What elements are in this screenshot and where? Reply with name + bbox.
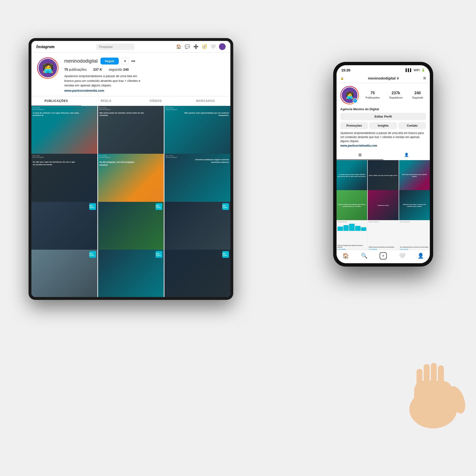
search-input[interactable] (96, 44, 135, 50)
phone-grid-item-2: Qual a última vez que você fez algo novo… (368, 160, 398, 191)
phone-screen: 15:20 ▌▌▌ WiFi 🔋 🔒 meninododigital ∨ ≡ (337, 65, 430, 263)
tab-videos[interactable]: VÍDEOS (131, 96, 181, 106)
tablet-profile: 🧑‍💻 meninododigital Seguir ▾ ••• 75 publ… (32, 52, 230, 96)
tablet-avatar: 🧑‍💻 (37, 57, 59, 79)
phone-status-icons: ▌▌▌ WiFi 🔋 (406, 68, 425, 72)
phone-lock-icon: 🔒 (340, 77, 344, 80)
phone-tab-tagged[interactable]: 👤 (383, 150, 430, 160)
phone-grid-tabs: ⊞ 👤 (337, 150, 430, 160)
phone-action-buttons: Editar Perfil (340, 113, 426, 120)
following-count: seguindo 240 (109, 68, 129, 71)
phone-stat-posts: 75 Publicações (366, 91, 380, 100)
phone-add-icon[interactable]: + (380, 252, 387, 259)
phone-tab-grid[interactable]: ⊞ (337, 150, 383, 160)
avatar-small[interactable] (219, 43, 226, 50)
phone-device: 15:20 ▌▌▌ WiFi 🔋 🔒 meninododigital ∨ ≡ (333, 62, 433, 267)
tablet-topbar: Instagram 🏠 💬 ➕ 🧭 🤍 (32, 41, 230, 52)
tablet-avatar-inner: 🧑‍💻 (38, 58, 58, 78)
phone-link[interactable]: www.packsocialmedia.com (340, 144, 426, 147)
phone-username-display: meninododigital ∨ (368, 76, 399, 81)
tablet-screen: Instagram 🏠 💬 ➕ 🧭 🤍 🧑‍💻 (32, 41, 230, 297)
tablet-link[interactable]: www.packsocialmedia.com (64, 89, 225, 92)
options-icon[interactable]: ••• (131, 59, 136, 63)
tablet-profile-header: meninododigital Seguir ▾ ••• (64, 57, 225, 65)
tablet-device: Instagram 🏠 💬 ➕ 🧭 🤍 🧑‍💻 (29, 38, 233, 300)
follower-count: 237 K (93, 68, 102, 71)
phone-heart-icon[interactable]: 🤍 (399, 253, 405, 259)
tablet-stats: 75 publicações 237 K seguindo 240 (64, 68, 225, 71)
phone-time: 15:20 (341, 68, 350, 72)
svg-rect-5 (431, 363, 437, 386)
phone-following-num: 240 (412, 91, 423, 95)
post-count: 75 publicações (64, 68, 86, 71)
tablet-grid: Seu nome@seuinstagram A zona de conforto… (32, 106, 230, 297)
messenger-icon[interactable]: 💬 (185, 44, 190, 49)
phone-followers-num: 237k (389, 91, 403, 95)
phone-stat-following: 240 Seguindo (412, 91, 423, 100)
tablet-tabs: PUBLICAÇÕES REELS VÍDEOS MARCADOS (32, 96, 230, 106)
phone-bio: Ajudamos empreendedores a passar de uma … (340, 131, 426, 143)
phone-avatar-inner: 🧑‍💻 + (341, 87, 358, 104)
insights-button[interactable]: Insights (369, 122, 397, 129)
contact-button[interactable]: Contato (398, 122, 426, 129)
explore-icon[interactable]: 🧭 (202, 44, 207, 49)
tablet-bio: Ajudamos empreendedores a passar de uma … (64, 74, 145, 88)
nav-icons: 🏠 💬 ➕ 🧭 🤍 (176, 43, 226, 50)
phone-stat-followers: 237k Seguidores (389, 91, 403, 100)
tab-publicacoes[interactable]: PUBLICAÇÕES (32, 96, 81, 106)
hand-illustration (400, 333, 466, 428)
phone-grid-item-8: Enfrene seus lutas destrinça suas limita… (368, 220, 398, 250)
svg-rect-6 (438, 365, 444, 386)
phone-posts-num: 75 (366, 91, 380, 95)
phone-avatar: 🧑‍💻 + (340, 86, 359, 104)
phone-stats: 75 Publicações 237k Seguidores 240 Segui… (363, 91, 426, 100)
phone-profile: 🧑‍💻 + 75 Publicações 237k Seguidores (337, 83, 430, 150)
phone-username-text: meninododigital (368, 76, 395, 80)
phone-search-icon[interactable]: 🔍 (361, 253, 368, 259)
svg-rect-3 (416, 369, 423, 388)
promotions-button[interactable]: Promoções (340, 122, 368, 129)
grid-item-10: SEU LOGO Cada um terá a vista da montanh… (32, 250, 97, 297)
heart-icon[interactable]: 🤍 (210, 44, 216, 49)
tab-marcados[interactable]: MARCADOS (181, 96, 230, 106)
more-button[interactable]: ▾ (122, 57, 129, 65)
grid-item-11: SEU LOGO Um dia você vai agradecer a voc… (98, 250, 164, 297)
avatar-emoji: 🧑‍💻 (42, 64, 53, 73)
phone-profile-icon[interactable]: 👤 (417, 253, 424, 259)
phone-following-label: Seguindo (412, 96, 423, 99)
phone-grid: As vezes ficamos tanto tempo olhando par… (337, 160, 430, 250)
follow-button[interactable]: Seguir (101, 58, 119, 65)
scene: Instagram 🏠 💬 ➕ 🧭 🤍 🧑‍💻 (24, 24, 452, 452)
edit-profile-button[interactable]: Editar Perfil (340, 113, 426, 120)
add-icon[interactable]: ➕ (193, 44, 199, 49)
phone-posts-label: Publicações (366, 96, 380, 99)
phone-grid-item-7: Você vai conseguir para aqueles que faze… (337, 220, 367, 250)
instagram-logo: Instagram (36, 44, 54, 49)
phone-followers-label: Seguidores (389, 96, 403, 99)
phone-bottom-nav: 🏠 🔍 + 🤍 👤 (337, 250, 430, 263)
grid-item-12: SEU LOGO Você não precisa ser o melhor, … (165, 250, 230, 297)
phone-avatar-add-icon[interactable]: + (353, 98, 357, 103)
hamburger-menu-icon[interactable]: ≡ (423, 75, 426, 81)
chevron-down-icon[interactable]: ∨ (396, 76, 399, 81)
phone-profile-top: 🧑‍💻 + 75 Publicações 237k Seguidores (340, 86, 426, 104)
phone-home-icon[interactable]: 🏠 (342, 253, 349, 259)
signal-icon: ▌▌▌ (406, 68, 412, 72)
phone-header: 🔒 meninododigital ∨ ≡ (337, 73, 430, 83)
phone-display-name: Agência Menino do Digital (340, 107, 426, 111)
phone-grid-item-5: Confie em você! (368, 190, 398, 221)
svg-rect-4 (424, 364, 430, 386)
phone-action-buttons-2: Promoções Insights Contato (340, 122, 426, 129)
phone-grid-item-1: As vezes ficamos tanto tempo olhando par… (337, 160, 367, 191)
phone-grid-item-9: Se é impossível para uns, deveria ser se… (399, 220, 430, 250)
tablet-username: meninododigital (64, 58, 98, 64)
phone-grid-item-4: A vida é melhor para aqueles que fazem o… (337, 190, 367, 221)
phone-grid-item-6: Enfrente seus lutas e começa seu caminho… (399, 190, 430, 221)
battery-icon: 🔋 (421, 68, 425, 72)
phone-grid-item-3: Você está onde deveria estar, apenas res… (399, 160, 430, 191)
home-icon[interactable]: 🏠 (176, 44, 181, 49)
phone-status-bar: 15:20 ▌▌▌ WiFi 🔋 (337, 65, 430, 73)
tab-reels[interactable]: REELS (81, 96, 131, 106)
phone-avatar-emoji: 🧑‍💻 (346, 91, 354, 99)
wifi-icon: WiFi (414, 68, 420, 72)
